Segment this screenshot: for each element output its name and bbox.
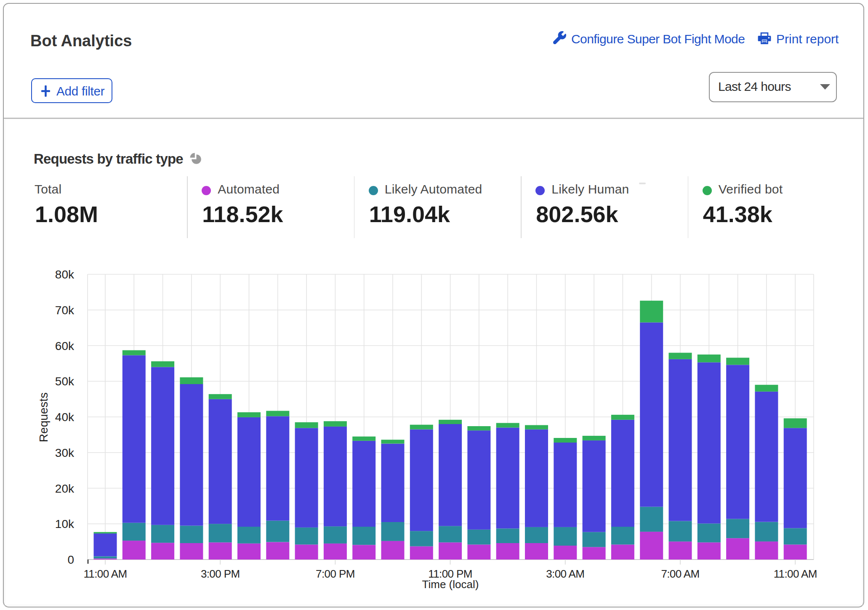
svg-text:Time (local): Time (local) — [422, 578, 479, 591]
svg-text:3:00 AM: 3:00 AM — [546, 568, 584, 580]
svg-text:50k: 50k — [55, 375, 75, 388]
svg-text:80k: 80k — [55, 268, 75, 281]
svg-text:0: 0 — [67, 553, 74, 566]
svg-text:70k: 70k — [55, 304, 75, 317]
svg-text:7:00 PM: 7:00 PM — [316, 568, 355, 580]
svg-text:30k: 30k — [55, 446, 75, 459]
svg-text:11:00 AM: 11:00 AM — [83, 568, 127, 580]
svg-text:10k: 10k — [55, 517, 75, 530]
svg-text:11:00 AM: 11:00 AM — [774, 568, 817, 580]
svg-text:60k: 60k — [55, 339, 75, 353]
svg-text:3:00 PM: 3:00 PM — [201, 568, 240, 580]
svg-text:Requests: Requests — [37, 393, 50, 442]
svg-text:40k: 40k — [55, 411, 75, 424]
svg-text:7:00 AM: 7:00 AM — [661, 568, 699, 580]
svg-text:20k: 20k — [55, 482, 75, 495]
